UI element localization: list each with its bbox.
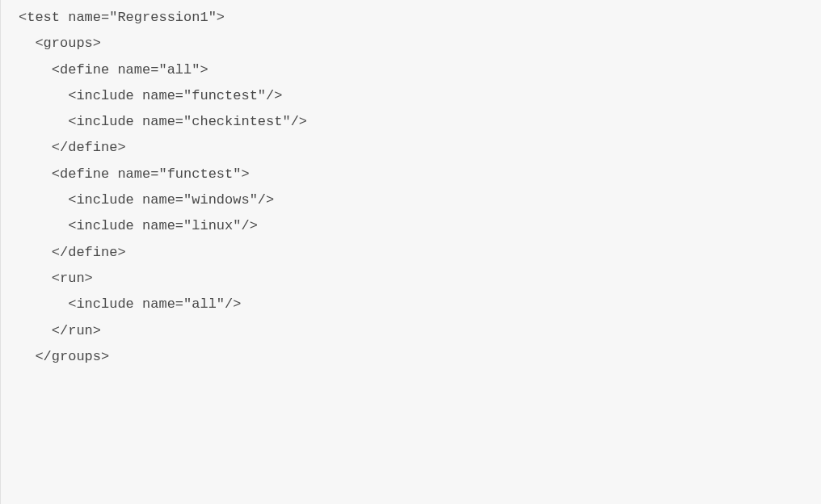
code-line: <include name="functest"/> <box>19 83 821 109</box>
code-line: <include name="windows"/> <box>19 187 821 213</box>
code-line: <include name="all"/> <box>19 292 821 317</box>
code-line: </define> <box>19 240 821 266</box>
code-line: <run> <box>19 266 821 292</box>
code-line: <groups> <box>19 31 821 57</box>
code-line: <test name="Regression1"> <box>19 5 821 31</box>
code-block: <test name="Regression1"> <groups> <defi… <box>1 5 821 370</box>
code-line: </groups> <box>19 344 821 370</box>
code-line: <define name="all"> <box>19 57 821 83</box>
code-line: <define name="functest"> <box>19 162 821 187</box>
code-line: <include name="linux"/> <box>19 213 821 239</box>
code-line: <include name="checkintest"/> <box>19 109 821 135</box>
code-line: </run> <box>19 318 821 344</box>
code-line: </define> <box>19 135 821 161</box>
